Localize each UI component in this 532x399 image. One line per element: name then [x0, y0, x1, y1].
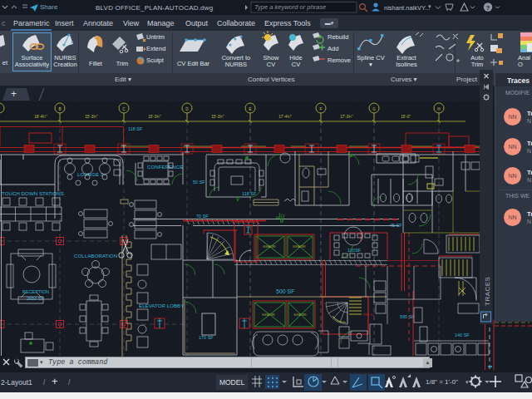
- svg-text:LOUNGE 3: LOUNGE 3: [77, 171, 104, 177]
- svg-text:100SF: 100SF: [347, 248, 362, 253]
- svg-text:CONFERENCE: CONFERENCE: [147, 164, 183, 170]
- svg-text:C: C: [122, 107, 126, 111]
- svg-text:ELEVATORS: ELEVATORS: [263, 245, 275, 249]
- svg-text:B: B: [58, 107, 61, 111]
- svg-text:G: G: [372, 107, 376, 111]
- svg-text:70 SF: 70 SF: [196, 214, 209, 219]
- svg-text:E: E: [249, 107, 251, 111]
- svg-text:50 SF: 50 SF: [193, 180, 205, 185]
- svg-text:ELEVATORS: ELEVATORS: [293, 245, 305, 249]
- svg-text:ELEVATORS: ELEVATORS: [293, 313, 306, 317]
- svg-text:+: +: [11, 88, 17, 100]
- svg-text:?: ?: [486, 4, 490, 12]
- svg-text:118 SF: 118 SF: [242, 191, 257, 196]
- svg-text:H: H: [437, 107, 440, 111]
- svg-text:15'-3¾": 15'-3¾": [211, 115, 224, 119]
- svg-text:F: F: [320, 107, 323, 111]
- svg-text:170 SF: 170 SF: [199, 335, 214, 340]
- svg-text:118 SF: 118 SF: [128, 126, 143, 131]
- svg-text:RECEPTION: RECEPTION: [22, 289, 49, 294]
- svg-text:17'-4¾": 17'-4¾": [278, 115, 292, 119]
- svg-text:15'-3¾": 15'-3¾": [85, 115, 98, 119]
- svg-text:15'-0": 15'-0": [401, 115, 411, 119]
- svg-text:18'-4¼": 18'-4¼": [34, 115, 47, 119]
- svg-text:45 SF: 45 SF: [390, 223, 402, 228]
- svg-text:ELEVATORS: ELEVATORS: [262, 313, 274, 317]
- svg-text:COLLABORATION: COLLABORATION: [74, 253, 117, 259]
- svg-text:15'-3¾": 15'-3¾": [148, 115, 161, 119]
- svg-text:D: D: [185, 107, 189, 111]
- svg-text:TRACES: TRACES: [484, 277, 491, 306]
- svg-text:500 SF: 500 SF: [276, 288, 295, 294]
- svg-text:M: M: [276, 215, 279, 220]
- svg-text:17'-3¾": 17'-3¾": [340, 115, 353, 119]
- svg-text:140 SF: 140 SF: [455, 332, 470, 337]
